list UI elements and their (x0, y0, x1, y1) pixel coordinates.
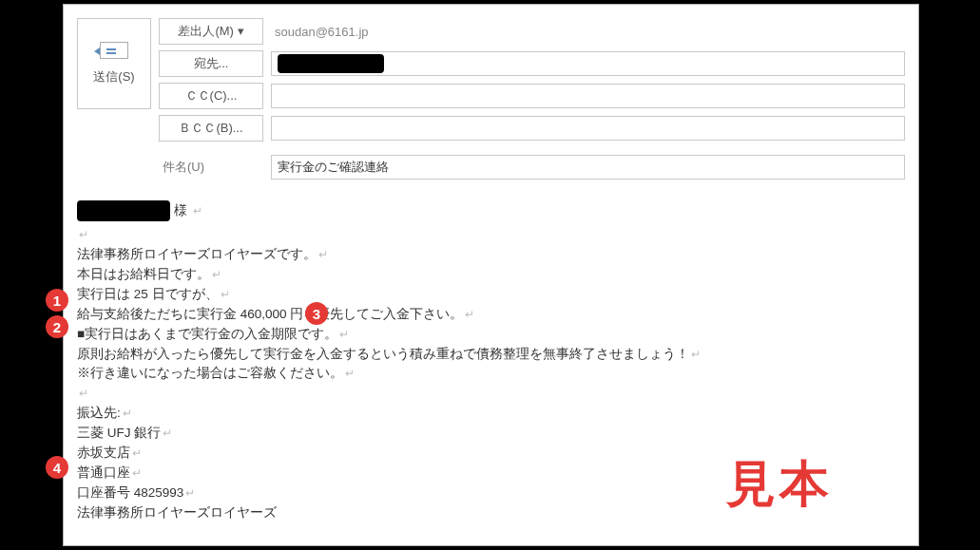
cc-input[interactable] (271, 84, 905, 108)
bcc-input[interactable] (271, 116, 905, 141)
honorific: 様 (174, 201, 187, 221)
compose-header: 送信(S) 差出人(M) ▾ soudan@6161.jp 宛先... ＣＣ(C… (64, 5, 918, 149)
return-mark: ↵ (193, 202, 202, 220)
send-icon (100, 42, 128, 59)
from-address: soudan@6161.jp (271, 25, 369, 39)
to-redacted (278, 54, 384, 73)
subject-input[interactable]: 実行金のご確認連絡 (271, 155, 905, 180)
email-body[interactable]: 様 ↵ ↵ 法律事務所ロイヤーズロイヤーズです。↵ 本日はお給料日です。↵ 実行… (64, 189, 918, 537)
send-label: 送信(S) (93, 68, 134, 85)
to-input[interactable] (271, 51, 905, 76)
recipient-name-redacted (77, 200, 170, 221)
main-paragraph: 法律事務所ロイヤーズロイヤーズです。↵ 本日はお給料日です。↵ 実行日は 25 … (77, 245, 905, 384)
from-button[interactable]: 差出人(M) ▾ (159, 18, 263, 45)
bcc-button[interactable]: ＢＣＣ(B)... (159, 115, 263, 142)
subject-label: 件名(U) (159, 159, 263, 176)
header-fields: 差出人(M) ▾ soudan@6161.jp 宛先... ＣＣ(C)... Ｂ… (159, 18, 905, 142)
bank-paragraph: 振込先:↵ 三菱 UFJ 銀行↵ 赤坂支店↵ 普通口座↵ 口座番号 482599… (77, 404, 905, 523)
cc-button[interactable]: ＣＣ(C)... (159, 83, 263, 109)
send-button[interactable]: 送信(S) (77, 18, 151, 109)
subject-row: 件名(U) 実行金のご確認連絡 (64, 149, 918, 189)
subject-text: 実行金のご確認連絡 (278, 159, 389, 176)
email-compose-window: 送信(S) 差出人(M) ▾ soudan@6161.jp 宛先... ＣＣ(C… (63, 4, 919, 546)
to-button[interactable]: 宛先... (159, 50, 263, 77)
